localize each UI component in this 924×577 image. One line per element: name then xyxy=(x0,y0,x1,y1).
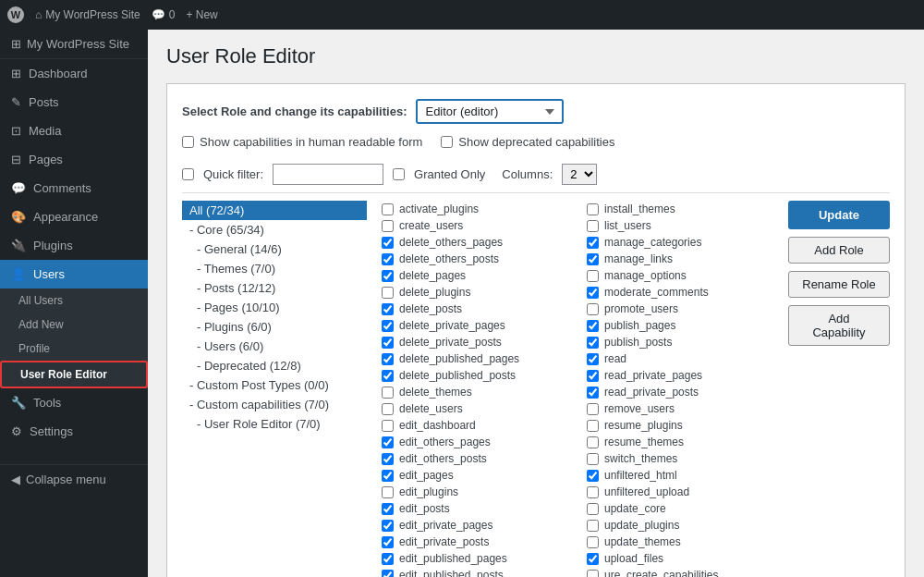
cap-checkbox-read_private_pages[interactable] xyxy=(587,370,599,382)
sidebar-item-appearance[interactable]: 🎨 Appearance xyxy=(0,203,148,231)
sidebar-item-user-role-editor[interactable]: User Role Editor xyxy=(0,361,148,388)
group-item-deprecated[interactable]: - Deprecated (12/8) xyxy=(182,356,367,375)
cap-checkbox-delete_private_posts[interactable] xyxy=(382,337,394,349)
cap-checkbox-unfiltered_upload[interactable] xyxy=(587,486,599,498)
show-human-label[interactable]: Show capabilities in human readable form xyxy=(182,135,422,149)
sidebar-comments-label: Comments xyxy=(33,181,91,195)
new-link[interactable]: + New xyxy=(186,8,217,21)
sidebar-item-comments[interactable]: 💬 Comments xyxy=(0,174,148,203)
cap-checkbox-ure_create_capabilities[interactable] xyxy=(587,570,599,578)
cap-checkbox-update_core[interactable] xyxy=(587,503,599,515)
cap-checkbox-edit_dashboard[interactable] xyxy=(382,420,394,432)
comments-link[interactable]: 💬 0 xyxy=(152,8,176,21)
cap-checkbox-delete_published_pages[interactable] xyxy=(382,353,394,365)
cap-list_users: list_users xyxy=(587,217,773,234)
cap-publish_posts: publish_posts xyxy=(587,334,773,350)
cap-checkbox-edit_pages[interactable] xyxy=(382,470,394,482)
sidebar-item-tools[interactable]: 🔧 Tools xyxy=(0,388,148,417)
cap-checkbox-switch_themes[interactable] xyxy=(587,453,599,465)
cap-checkbox-edit_private_pages[interactable] xyxy=(382,520,394,532)
role-select[interactable]: Editor (editor) xyxy=(416,99,564,124)
sidebar-item-users[interactable]: 👤 Users xyxy=(0,260,148,288)
cap-checkbox-edit_posts[interactable] xyxy=(382,503,394,515)
cap-checkbox-edit_others_posts[interactable] xyxy=(382,453,394,465)
cap-checkbox-manage_links[interactable] xyxy=(587,253,599,265)
cap-checkbox-delete_published_posts[interactable] xyxy=(382,370,394,382)
sidebar-posts-label: Posts xyxy=(29,95,59,109)
update-button[interactable]: Update xyxy=(788,201,890,229)
group-item-custom-post[interactable]: - Custom Post Types (0/0) xyxy=(182,375,367,395)
cap-delete_published_posts: delete_published_posts xyxy=(382,367,568,384)
cap-checkbox-delete_themes[interactable] xyxy=(382,387,394,399)
collapse-menu-button[interactable]: ◀ Collapse menu xyxy=(0,464,148,494)
columns-select[interactable]: 2 3 xyxy=(562,164,597,185)
cap-checkbox-upload_files[interactable] xyxy=(587,553,599,565)
cap-checkbox-remove_users[interactable] xyxy=(587,403,599,415)
select-all-checkbox[interactable] xyxy=(182,168,194,180)
cap-promote_users: promote_users xyxy=(587,301,773,317)
add-capability-button[interactable]: Add Capability xyxy=(788,305,890,346)
cap-checkbox-install_themes[interactable] xyxy=(587,203,599,215)
add-role-button[interactable]: Add Role xyxy=(788,237,890,264)
cap-checkbox-update_themes[interactable] xyxy=(587,536,599,548)
sidebar-item-dashboard[interactable]: ⊞ Dashboard xyxy=(0,59,148,88)
cap-checkbox-read_private_posts[interactable] xyxy=(587,387,599,399)
sidebar-item-plugins[interactable]: 🔌 Plugins xyxy=(0,231,148,260)
cap-checkbox-resume_themes[interactable] xyxy=(587,436,599,448)
group-item-plugins[interactable]: - Plugins (6/0) xyxy=(182,317,367,337)
wp-logo-link[interactable]: W xyxy=(7,6,24,23)
cap-checkbox-publish_pages[interactable] xyxy=(587,320,599,332)
group-item-ure[interactable]: - User Role Editor (7/0) xyxy=(182,414,367,434)
group-item-users[interactable]: - Users (6/0) xyxy=(182,337,367,356)
group-item-general[interactable]: - General (14/6) xyxy=(182,239,367,259)
cap-checkbox-delete_users[interactable] xyxy=(382,403,394,415)
sidebar-item-settings[interactable]: ⚙ Settings xyxy=(0,417,148,446)
cap-checkbox-resume_plugins[interactable] xyxy=(587,420,599,432)
cap-checkbox-edit_others_pages[interactable] xyxy=(382,436,394,448)
cap-checkbox-delete_private_pages[interactable] xyxy=(382,320,394,332)
cap-checkbox-delete_others_pages[interactable] xyxy=(382,237,394,249)
show-deprecated-checkbox[interactable] xyxy=(441,136,453,148)
cap-checkbox-delete_others_posts[interactable] xyxy=(382,253,394,265)
cap-checkbox-edit_published_posts[interactable] xyxy=(382,570,394,578)
sidebar-item-posts[interactable]: ✎ Posts xyxy=(0,88,148,117)
cap-checkbox-create_users[interactable] xyxy=(382,220,394,232)
cap-checkbox-promote_users[interactable] xyxy=(587,303,599,315)
group-item-custom-caps[interactable]: - Custom capabilities (7/0) xyxy=(182,395,367,414)
sidebar-item-pages[interactable]: ⊟ Pages xyxy=(0,145,148,174)
show-human-checkbox[interactable] xyxy=(182,136,194,148)
sidebar-item-media[interactable]: ⊡ Media xyxy=(0,117,148,145)
cap-checkbox-read[interactable] xyxy=(587,353,599,365)
group-item-core[interactable]: - Core (65/34) xyxy=(182,220,367,239)
cap-checkbox-list_users[interactable] xyxy=(587,220,599,232)
cap-checkbox-delete_pages[interactable] xyxy=(382,270,394,282)
cap-checkbox-manage_options[interactable] xyxy=(587,270,599,282)
sidebar-item-all-users[interactable]: All Users xyxy=(0,288,148,313)
cap-delete_published_pages: delete_published_pages xyxy=(382,350,568,367)
sidebar-item-profile[interactable]: Profile xyxy=(0,337,148,361)
quick-filter-input[interactable] xyxy=(273,164,383,185)
cap-checkbox-edit_private_posts[interactable] xyxy=(382,536,394,548)
cap-create_users: create_users xyxy=(382,217,568,234)
group-item-pages[interactable]: - Pages (10/10) xyxy=(182,298,367,317)
cap-checkbox-manage_categories[interactable] xyxy=(587,237,599,249)
cap-checkbox-delete_plugins[interactable] xyxy=(382,287,394,299)
rename-role-button[interactable]: Rename Role xyxy=(788,271,890,298)
cap-checkbox-publish_posts[interactable] xyxy=(587,337,599,349)
granted-only-checkbox[interactable] xyxy=(393,168,405,180)
cap-update_plugins: update_plugins xyxy=(587,517,773,534)
cap-checkbox-moderate_comments[interactable] xyxy=(587,287,599,299)
cap-publish_pages: publish_pages xyxy=(587,317,773,334)
show-deprecated-label[interactable]: Show deprecated capabilities xyxy=(441,135,614,149)
group-item-posts[interactable]: - Posts (12/12) xyxy=(182,278,367,298)
site-name-link[interactable]: ⌂ My WordPress Site xyxy=(35,8,140,21)
cap-checkbox-delete_posts[interactable] xyxy=(382,303,394,315)
group-item-themes[interactable]: - Themes (7/0) xyxy=(182,259,367,278)
cap-checkbox-update_plugins[interactable] xyxy=(587,520,599,532)
cap-checkbox-activate_plugins[interactable] xyxy=(382,203,394,215)
cap-checkbox-edit_published_pages[interactable] xyxy=(382,553,394,565)
sidebar-item-add-new[interactable]: Add New xyxy=(0,313,148,337)
group-item-all[interactable]: All (72/34) xyxy=(182,201,367,220)
cap-checkbox-unfiltered_html[interactable] xyxy=(587,470,599,482)
cap-checkbox-edit_plugins[interactable] xyxy=(382,486,394,498)
